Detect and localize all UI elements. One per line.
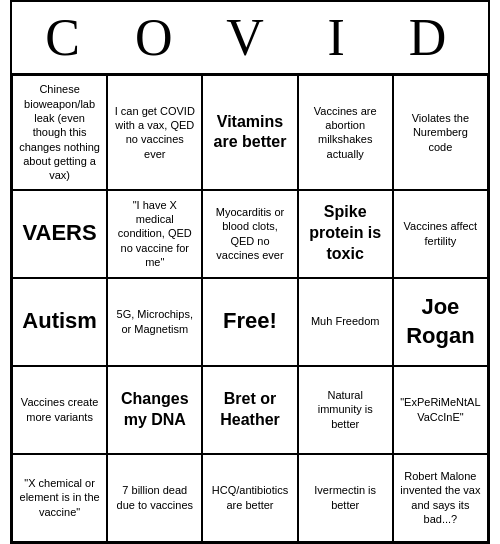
- title-letter: I: [296, 8, 387, 67]
- cell-r4-c4: Robert Malone invented the vax and says …: [393, 454, 488, 542]
- cell-r2-c4: Joe Rogan: [393, 278, 488, 366]
- bingo-card: COVID Chinese bioweapon/lab leak (even t…: [10, 0, 490, 543]
- title-letter: C: [22, 8, 113, 67]
- cell-r3-c0: Vaccines create more variants: [12, 366, 107, 454]
- cell-r3-c3: Natural immunity is better: [298, 366, 393, 454]
- cell-r2-c3: Muh Freedom: [298, 278, 393, 366]
- bingo-grid: Chinese bioweapon/lab leak (even though …: [12, 73, 488, 541]
- bingo-title: COVID: [12, 2, 488, 73]
- cell-r1-c2: Myocarditis or blood clots, QED no vacci…: [202, 190, 297, 278]
- title-letter: O: [113, 8, 204, 67]
- cell-r0-c4: Violates the Nuremberg code: [393, 75, 488, 189]
- title-letter: D: [387, 8, 478, 67]
- cell-r0-c1: I can get COVID with a vax, QED no vacci…: [107, 75, 202, 189]
- cell-r2-c0: Autism: [12, 278, 107, 366]
- cell-r4-c0: "X chemical or element is in the vaccine…: [12, 454, 107, 542]
- cell-r2-c2: Free!: [202, 278, 297, 366]
- cell-r4-c2: HCQ/antibiotics are better: [202, 454, 297, 542]
- cell-r1-c4: Vaccines affect fertility: [393, 190, 488, 278]
- cell-r4-c1: 7 billion dead due to vaccines: [107, 454, 202, 542]
- cell-r3-c4: "ExPeRiMeNtAL VaCcInE": [393, 366, 488, 454]
- cell-r0-c0: Chinese bioweapon/lab leak (even though …: [12, 75, 107, 189]
- cell-r0-c3: Vaccines are abortion milkshakes actuall…: [298, 75, 393, 189]
- cell-r1-c0: VAERS: [12, 190, 107, 278]
- cell-r0-c2: Vitamins are better: [202, 75, 297, 189]
- cell-r1-c1: "I have X medical condition, QED no vacc…: [107, 190, 202, 278]
- cell-r1-c3: Spike protein is toxic: [298, 190, 393, 278]
- title-letter: V: [204, 8, 295, 67]
- cell-r3-c1: Changes my DNA: [107, 366, 202, 454]
- cell-r4-c3: Ivermectin is better: [298, 454, 393, 542]
- cell-r3-c2: Bret or Heather: [202, 366, 297, 454]
- cell-r2-c1: 5G, Microchips, or Magnetism: [107, 278, 202, 366]
